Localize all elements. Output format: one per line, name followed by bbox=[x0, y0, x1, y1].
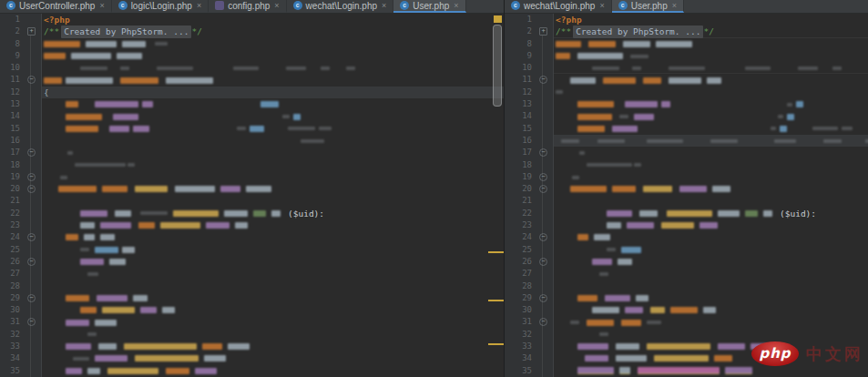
fold-marker[interactable]: + bbox=[27, 27, 36, 36]
code-content[interactable] bbox=[554, 183, 868, 195]
fold-marker[interactable]: − bbox=[27, 258, 36, 266]
tab-wechat-login-php[interactable]: cwechat\Login.php× bbox=[287, 0, 394, 13]
fold-marker[interactable]: − bbox=[27, 185, 36, 193]
close-icon[interactable]: × bbox=[197, 2, 201, 10]
code-content[interactable] bbox=[42, 195, 504, 207]
code-content[interactable] bbox=[554, 50, 868, 62]
code-blob bbox=[44, 41, 80, 47]
code-content[interactable] bbox=[554, 38, 868, 50]
code-content[interactable] bbox=[42, 365, 504, 377]
code-content[interactable] bbox=[554, 87, 868, 98]
code-content[interactable]: ($uid): bbox=[554, 208, 868, 219]
tab-config-php[interactable]: config.php× bbox=[209, 0, 286, 13]
fold-marker[interactable]: − bbox=[27, 148, 36, 157]
code-content[interactable] bbox=[42, 74, 504, 86]
code-content[interactable] bbox=[554, 329, 868, 341]
code-content[interactable] bbox=[554, 280, 868, 292]
close-icon[interactable]: × bbox=[454, 2, 458, 10]
code-content[interactable] bbox=[42, 329, 504, 341]
code-content[interactable]: /**Created by PhpStorm. ...*/ bbox=[554, 25, 868, 37]
code-content[interactable] bbox=[554, 268, 868, 280]
code-content[interactable] bbox=[554, 292, 868, 304]
code-content[interactable] bbox=[554, 171, 868, 183]
code-content[interactable] bbox=[554, 219, 868, 231]
code-blob bbox=[647, 321, 661, 324]
code-content[interactable] bbox=[42, 135, 504, 147]
scrollbar-thumb[interactable] bbox=[493, 25, 502, 107]
code-content[interactable] bbox=[42, 280, 504, 292]
fold-column bbox=[24, 329, 42, 341]
code-content[interactable] bbox=[42, 244, 504, 256]
code-content[interactable] bbox=[42, 183, 504, 195]
tab-user-php[interactable]: cUser.php× bbox=[612, 0, 684, 13]
close-icon[interactable]: × bbox=[672, 2, 677, 10]
code-content[interactable] bbox=[42, 147, 504, 158]
tab-wechat-login-php[interactable]: cwechat\Login.php× bbox=[505, 0, 612, 13]
code-content[interactable] bbox=[42, 304, 504, 316]
fold-marker[interactable]: − bbox=[539, 185, 547, 193]
fold-marker[interactable]: − bbox=[27, 294, 36, 302]
line-number: 23 bbox=[505, 219, 536, 231]
code-content[interactable] bbox=[42, 159, 504, 171]
fold-marker[interactable]: − bbox=[539, 233, 547, 241]
close-icon[interactable]: × bbox=[599, 2, 604, 10]
code-content[interactable] bbox=[42, 352, 504, 364]
code-content[interactable] bbox=[554, 256, 868, 268]
code-content[interactable]: ($uid): bbox=[42, 208, 504, 219]
code-content[interactable] bbox=[554, 159, 868, 171]
code-content[interactable] bbox=[42, 341, 504, 352]
code-content[interactable] bbox=[42, 98, 504, 110]
editor[interactable]: 1<?php2+/**Created by PhpStorm. ...*/891… bbox=[505, 14, 868, 377]
code-content[interactable] bbox=[554, 98, 868, 110]
code-content[interactable] bbox=[42, 62, 504, 74]
code-content[interactable] bbox=[554, 231, 868, 243]
code-content[interactable] bbox=[42, 231, 504, 243]
code-content[interactable] bbox=[554, 316, 868, 328]
code-content[interactable]: <?php bbox=[554, 14, 868, 25]
code-content[interactable] bbox=[42, 171, 504, 183]
code-content[interactable] bbox=[554, 135, 868, 147]
code-content[interactable] bbox=[554, 244, 868, 256]
code-content[interactable] bbox=[42, 38, 504, 50]
code-content[interactable] bbox=[42, 316, 504, 328]
code-content[interactable] bbox=[42, 256, 504, 268]
fold-marker[interactable]: − bbox=[539, 294, 547, 302]
code-content[interactable] bbox=[554, 123, 868, 135]
code-content[interactable] bbox=[42, 268, 504, 280]
code-content[interactable] bbox=[554, 195, 868, 207]
code-content[interactable] bbox=[42, 110, 504, 122]
fold-marker[interactable]: + bbox=[539, 27, 547, 36]
code-content[interactable] bbox=[554, 62, 868, 74]
code-content[interactable] bbox=[554, 110, 868, 122]
code-content[interactable] bbox=[554, 304, 868, 316]
code-content[interactable] bbox=[554, 147, 868, 158]
code-content[interactable]: /**Created by PhpStorm. ...*/ bbox=[42, 25, 504, 37]
fold-marker[interactable]: − bbox=[539, 258, 547, 266]
fold-marker[interactable]: − bbox=[27, 173, 36, 181]
close-icon[interactable]: × bbox=[274, 2, 279, 10]
fold-marker[interactable]: − bbox=[539, 148, 547, 157]
close-icon[interactable]: × bbox=[382, 2, 386, 10]
code-content[interactable] bbox=[554, 74, 868, 86]
php-class-icon: c bbox=[293, 1, 302, 10]
fold-marker[interactable]: − bbox=[27, 76, 36, 84]
code-blob bbox=[228, 343, 250, 350]
fold-marker[interactable]: − bbox=[539, 318, 547, 326]
tab-user-php[interactable]: cUser.php× bbox=[393, 0, 465, 13]
fold-marker[interactable]: − bbox=[539, 76, 547, 84]
code-content[interactable] bbox=[554, 365, 868, 377]
code-content[interactable] bbox=[42, 219, 504, 231]
editor[interactable]: 1<?php2+/**Created by PhpStorm. ...*/891… bbox=[0, 14, 504, 377]
code-content[interactable] bbox=[42, 292, 504, 304]
tab-logic-login-php[interactable]: clogic\Login.php× bbox=[112, 0, 209, 13]
code-content[interactable]: { bbox=[42, 87, 504, 98]
fold-marker[interactable]: − bbox=[539, 173, 547, 181]
tab-usercontroller-php[interactable]: cUserController.php× bbox=[0, 0, 112, 13]
code-blob bbox=[577, 367, 614, 374]
fold-marker[interactable]: − bbox=[27, 233, 36, 241]
code-content[interactable] bbox=[42, 50, 504, 62]
close-icon[interactable]: × bbox=[99, 2, 104, 10]
code-content[interactable]: <?php bbox=[42, 14, 504, 25]
fold-marker[interactable]: − bbox=[27, 318, 36, 326]
code-content[interactable] bbox=[42, 123, 504, 135]
